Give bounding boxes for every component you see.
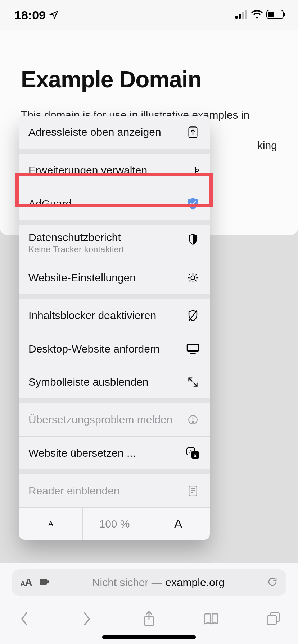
status-time: 18:09	[14, 8, 46, 22]
status-bar: 18:09	[0, 0, 298, 30]
aa-menu-popover: Adressleiste oben anzeigen Erweiterungen…	[19, 116, 210, 540]
translate-icon: A文	[185, 447, 200, 459]
svg-point-8	[191, 276, 195, 280]
menu-label: Adressleiste oben anzeigen	[28, 126, 185, 138]
menu-item-address-bar-top[interactable]: Adressleiste oben anzeigen	[19, 116, 210, 149]
menu-item-website-settings[interactable]: Website-Einstellungen	[19, 261, 210, 294]
shield-half-icon	[185, 234, 200, 245]
zoom-level[interactable]: 100 %	[83, 508, 146, 540]
wifi-icon	[251, 10, 263, 20]
menu-sublabel: Keine Tracker kontaktiert	[28, 244, 185, 254]
menu-label: Desktop-Website anfordern	[28, 343, 185, 355]
shield-check-icon	[185, 198, 200, 210]
zoom-row: A 100 % A	[19, 507, 210, 540]
menu-label: Symbolleiste ausblenden	[28, 376, 185, 388]
zoom-in-button[interactable]: A	[146, 508, 210, 540]
arrow-top-rect-icon	[185, 126, 200, 138]
svg-rect-1	[239, 14, 241, 19]
forward-button[interactable]	[76, 608, 98, 630]
svg-rect-12	[190, 353, 196, 354]
menu-item-report-translation: Übersetzungsproblem melden	[19, 403, 210, 436]
puzzle-icon	[185, 165, 200, 176]
status-right	[235, 10, 286, 20]
menu-label: Website-Einstellungen	[28, 272, 185, 284]
menu-item-translate[interactable]: Website übersetzen ... A文	[19, 436, 210, 469]
arrows-expand-icon	[185, 377, 200, 387]
menu-item-privacy-report[interactable]: Datenschutzbericht Keine Tracker kontakt…	[19, 225, 210, 261]
svg-rect-6	[284, 13, 285, 16]
document-lines-icon	[185, 485, 200, 497]
menu-label: Inhaltsblocker deaktivieren	[28, 309, 185, 322]
bookmarks-button[interactable]	[200, 608, 222, 630]
url-prefix: Nicht sicher —	[92, 576, 165, 588]
menu-item-manage-extensions[interactable]: Erweiterungen verwalten	[19, 154, 210, 187]
address-bar[interactable]: AA Nicht sicher — example.org	[12, 569, 286, 596]
home-indicator	[102, 635, 196, 639]
menu-label: Erweiterungen verwalten	[28, 164, 185, 176]
tabs-button[interactable]	[263, 608, 284, 630]
menu-label: Website übersetzen ...	[28, 447, 185, 459]
page-title: Example Domain	[21, 66, 277, 93]
zoom-out-button[interactable]: A	[19, 508, 83, 540]
cellular-icon	[235, 10, 248, 20]
svg-rect-11	[187, 350, 199, 351]
svg-rect-3	[245, 10, 247, 19]
back-button[interactable]	[14, 608, 35, 630]
menu-label: AdGuard	[28, 198, 185, 210]
menu-label: Datenschutzbericht	[28, 231, 185, 244]
url-domain: example.org	[165, 576, 225, 588]
svg-rect-26	[267, 616, 277, 625]
svg-rect-0	[235, 16, 238, 19]
desktop-icon	[185, 344, 200, 354]
aa-button[interactable]: AA	[20, 576, 32, 589]
gear-icon	[185, 272, 200, 284]
bottom-bar: AA Nicht sicher — example.org	[0, 563, 298, 644]
svg-text:文: 文	[193, 452, 198, 458]
svg-point-15	[192, 421, 193, 422]
menu-item-hide-toolbar[interactable]: Symbolleiste ausblenden	[19, 365, 210, 398]
menu-item-show-reader: Reader einblenden	[19, 474, 210, 507]
svg-rect-2	[242, 12, 244, 19]
url-text: Nicht sicher — example.org	[57, 576, 260, 589]
menu-label: Übersetzungsproblem melden	[28, 414, 185, 426]
share-button[interactable]	[138, 608, 160, 630]
svg-rect-5	[268, 12, 274, 17]
menu-item-request-desktop[interactable]: Desktop-Website anfordern	[19, 332, 210, 365]
menu-label: Reader einblenden	[28, 485, 185, 497]
extension-indicator-icon[interactable]	[40, 578, 50, 588]
reload-icon[interactable]	[267, 576, 278, 589]
battery-icon	[266, 10, 286, 20]
bottom-toolbar	[12, 596, 286, 630]
menu-item-disable-content-blockers[interactable]: Inhaltsblocker deaktivieren	[19, 299, 210, 332]
menu-item-adguard[interactable]: AdGuard	[19, 187, 210, 220]
shield-slash-icon	[185, 309, 200, 322]
location-icon	[49, 8, 59, 22]
exclamation-circle-icon	[185, 415, 200, 425]
